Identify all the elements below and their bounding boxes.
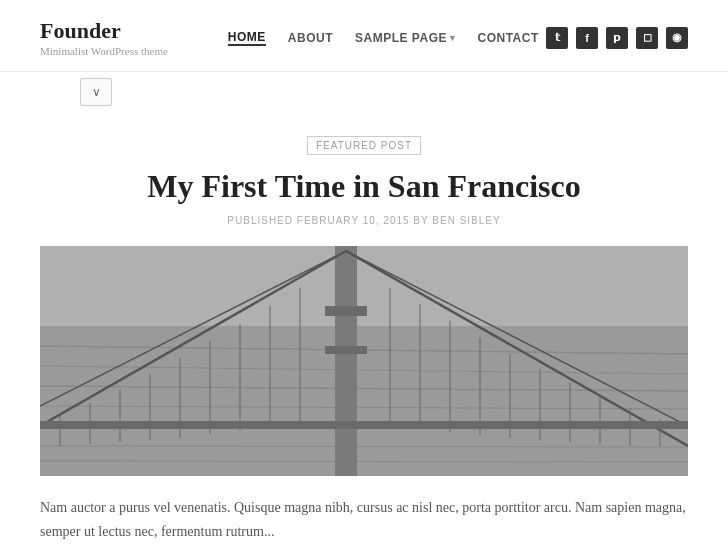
- header-left: Founder Minimalist WordPress theme HOME …: [40, 18, 539, 57]
- site-title[interactable]: Founder: [40, 18, 168, 44]
- dropdown-toggle-area: ∨: [80, 78, 728, 106]
- post-meta: PUBLISHED FEBRUARY 10, 2015 BY BEN SIBLE…: [40, 215, 688, 226]
- pinterest-icon[interactable]: 𝗽: [606, 27, 628, 49]
- nav-item-about[interactable]: ABOUT: [288, 31, 333, 45]
- svg-rect-11: [325, 346, 367, 354]
- social-icons-group: 𝕥 f 𝗽 ◻ ◉: [546, 27, 688, 49]
- featured-badge: FEATURED POST: [307, 136, 421, 155]
- post-image-wrap: [40, 246, 688, 476]
- post-featured-image: [40, 246, 688, 476]
- instagram-icon[interactable]: ◻: [636, 27, 658, 49]
- svg-rect-10: [325, 306, 367, 316]
- logo-area: Founder Minimalist WordPress theme: [40, 18, 168, 57]
- nav-item-sample-page[interactable]: SAMPLE PAGE ▾: [355, 31, 455, 45]
- main-content: FEATURED POST My First Time in San Franc…: [0, 136, 728, 546]
- chevron-down-icon: ▾: [450, 33, 456, 43]
- facebook-icon[interactable]: f: [576, 27, 598, 49]
- nav-item-contact[interactable]: CONTACT: [478, 31, 539, 45]
- featured-label-wrap: FEATURED POST: [40, 136, 688, 155]
- twitter-icon[interactable]: 𝕥: [546, 27, 568, 49]
- post-title[interactable]: My First Time in San Francisco: [40, 167, 688, 205]
- toggle-button[interactable]: ∨: [80, 78, 112, 106]
- svg-rect-35: [40, 421, 688, 429]
- rss-icon[interactable]: ◉: [666, 27, 688, 49]
- site-subtitle: Minimalist WordPress theme: [40, 45, 168, 57]
- site-header: Founder Minimalist WordPress theme HOME …: [0, 0, 728, 72]
- post-excerpt: Nam auctor a purus vel venenatis. Quisqu…: [40, 496, 688, 544]
- nav-item-home[interactable]: HOME: [228, 30, 266, 46]
- chevron-icon: ∨: [92, 85, 101, 100]
- main-nav: HOME ABOUT SAMPLE PAGE ▾ CONTACT: [228, 30, 539, 46]
- svg-rect-9: [335, 246, 357, 476]
- bridge-illustration: [40, 246, 688, 476]
